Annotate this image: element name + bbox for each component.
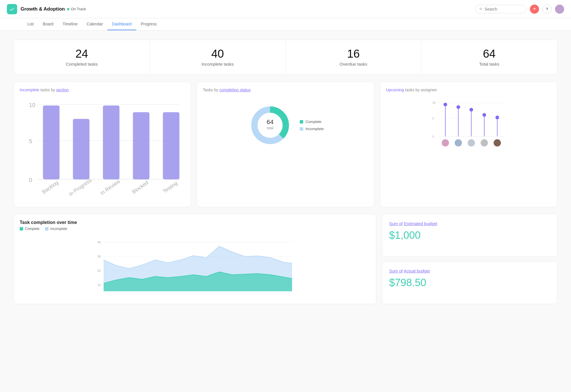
stat-overdue-number: 16	[290, 48, 417, 59]
chart-title-tasks: tasks by	[40, 88, 56, 92]
stat-incomplete-label: Incomplete tasks	[154, 62, 281, 66]
estimated-budget-link[interactable]: Estimated budget	[404, 221, 437, 226]
estimated-budget-amount: $1,000	[389, 229, 550, 241]
upcoming-by-assignee-card: Upcoming tasks by assignee 10 5 0	[380, 82, 557, 207]
tab-board[interactable]: Board	[38, 18, 58, 30]
line-legend-complete-dot	[20, 227, 23, 231]
svg-rect-9	[133, 112, 149, 179]
svg-point-31	[469, 108, 473, 112]
chart-title-section-link[interactable]: section	[56, 88, 69, 92]
status-badge: On Track	[67, 7, 86, 11]
line-legend-incomplete: Incomplete	[45, 227, 67, 231]
legend-complete-label: Complete	[305, 120, 321, 124]
legend-complete-dot	[300, 120, 303, 124]
svg-point-40	[494, 139, 501, 146]
line-legend-incomplete-dot	[45, 227, 49, 231]
svg-point-29	[457, 105, 460, 109]
stats-row: 24 Completed tasks 40 Incomplete tasks 1…	[14, 40, 557, 75]
svg-point-38	[468, 139, 475, 146]
line-legend-complete-label: Complete	[25, 227, 39, 231]
donut-svg: 64 total	[247, 102, 293, 148]
completion-status-title: Tasks by completion status	[203, 88, 368, 92]
svg-text:10: 10	[97, 283, 101, 287]
tab-dashboard[interactable]: Dashboard	[107, 18, 136, 30]
tab-calendar[interactable]: Calendar	[82, 18, 108, 30]
svg-text:10: 10	[29, 102, 35, 108]
svg-text:In Review: In Review	[99, 178, 121, 196]
nav-tabs: List Board Timeline Calendar Dashboard P…	[0, 18, 571, 31]
tab-timeline[interactable]: Timeline	[58, 18, 82, 30]
estimated-budget-card: Sum of Estimated budget $1,000	[382, 214, 557, 257]
svg-text:Blocked: Blocked	[131, 180, 149, 195]
svg-rect-7	[73, 119, 89, 179]
svg-text:Backlog: Backlog	[41, 180, 59, 195]
svg-point-27	[443, 103, 447, 106]
chart-title-incomplete: Incomplete	[20, 88, 39, 92]
project-title: Growth & Adoption	[21, 6, 65, 12]
bar-chart-svg: 10 5 0	[20, 97, 185, 200]
status-text: On Track	[71, 7, 86, 11]
line-chart-svg: 40 30 20 10	[20, 234, 370, 297]
chart-title-upcoming: Upcoming	[386, 88, 404, 92]
stat-total-label: Total tasks	[426, 62, 552, 66]
svg-point-33	[482, 113, 486, 117]
actual-budget-amount: $798.50	[389, 277, 550, 289]
svg-text:0: 0	[432, 135, 434, 138]
svg-text:Testing: Testing	[162, 180, 178, 194]
line-chart-card: Task completion over time Complete Incom…	[14, 214, 376, 304]
stat-completed: 24 Completed tasks	[14, 40, 150, 74]
upcoming-by-assignee-title: Upcoming tasks by assignee	[386, 88, 551, 92]
svg-text:20: 20	[97, 269, 101, 272]
actual-budget-label: Sum of Actual budget	[389, 268, 550, 273]
actual-budget-card: Sum of Actual budget $798.50	[382, 261, 557, 304]
legend-incomplete: Incomplete	[300, 127, 324, 131]
svg-text:In Progress: In Progress	[68, 177, 93, 197]
incomplete-by-section-title: Incomplete tasks by section	[20, 88, 185, 92]
svg-text:10: 10	[432, 101, 436, 104]
line-legend-complete: Complete	[20, 227, 39, 231]
legend-incomplete-label: Incomplete	[305, 127, 324, 131]
line-legend-incomplete-label: Incomplete	[50, 227, 67, 231]
stat-completed-number: 24	[19, 48, 145, 59]
donut-area: 64 total Complete Incomplete	[203, 97, 368, 154]
stat-total: 64 Total tasks	[421, 40, 557, 74]
svg-point-35	[495, 116, 499, 119]
svg-rect-10	[163, 112, 179, 179]
actual-budget-link[interactable]: Actual budget	[404, 268, 430, 273]
logo-icon	[7, 4, 17, 14]
svg-text:30: 30	[97, 255, 101, 258]
bottom-row: Task completion over time Complete Incom…	[14, 214, 557, 304]
actual-label-text: Sum of	[389, 268, 403, 273]
line-legend: Complete Incomplete	[20, 227, 370, 231]
stat-completed-label: Completed tasks	[19, 62, 145, 66]
svg-text:40: 40	[97, 241, 101, 244]
search-box[interactable]	[475, 5, 526, 13]
stat-overdue: 16 Overdue tasks	[286, 40, 422, 74]
stat-incomplete-number: 40	[154, 48, 281, 59]
svg-text:5: 5	[29, 138, 32, 144]
tab-progress[interactable]: Progress	[136, 18, 161, 30]
svg-text:64: 64	[267, 118, 274, 126]
search-icon	[479, 7, 483, 11]
stat-incomplete: 40 Incomplete tasks	[150, 40, 286, 74]
search-input[interactable]	[484, 7, 522, 11]
status-dot	[67, 8, 69, 10]
lollipop-area: 10 5 0	[386, 97, 551, 154]
chart-title-completion-link[interactable]: completion status	[220, 88, 251, 92]
estimated-budget-label: Sum of Estimated budget	[389, 221, 550, 226]
svg-text:5: 5	[432, 117, 434, 120]
svg-point-36	[442, 139, 449, 146]
line-chart-title: Task completion over time	[20, 220, 370, 225]
stat-overdue-label: Overdue tasks	[290, 62, 417, 66]
tab-list[interactable]: List	[23, 18, 38, 30]
add-button[interactable]: +	[530, 5, 539, 14]
chart-title-tasks-by: Tasks by	[203, 88, 219, 92]
header-right: + ?	[475, 5, 564, 14]
avatar	[555, 5, 564, 14]
svg-text:0: 0	[29, 177, 32, 183]
budget-cards: Sum of Estimated budget $1,000 Sum of Ac…	[382, 214, 557, 304]
completion-status-card: Tasks by completion status 64 total	[197, 82, 374, 207]
svg-rect-6	[43, 106, 59, 179]
svg-rect-8	[103, 106, 119, 179]
help-button[interactable]: ?	[542, 5, 552, 14]
